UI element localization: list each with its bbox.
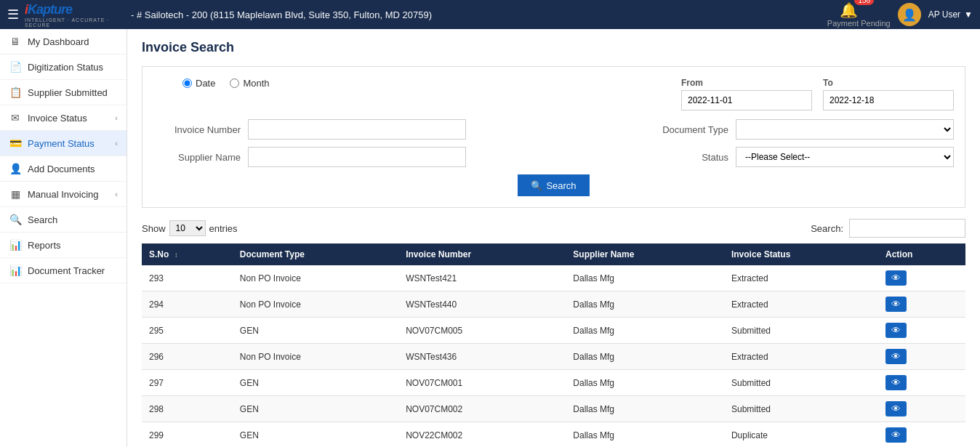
- table-row: 299 GEN NOV22CM002 Dallas Mfg Duplicate …: [142, 422, 965, 448]
- cell-status: Submitted: [724, 370, 878, 396]
- sidebar-icon-reports: 📊: [9, 239, 22, 251]
- document-type-label: Document Type: [641, 124, 728, 135]
- sidebar-item-payment-status[interactable]: 💳 Payment Status ‹: [0, 131, 126, 156]
- month-radio-label[interactable]: Month: [230, 78, 269, 89]
- view-button[interactable]: 👁: [885, 401, 907, 416]
- cell-supplier: Dallas Mfg: [566, 370, 724, 396]
- sidebar-item-my-dashboard[interactable]: 🖥 My Dashboard: [0, 29, 126, 55]
- cell-supplier: Dallas Mfg: [566, 422, 724, 448]
- from-label: From: [681, 78, 812, 88]
- table-row: 296 Non PO Invoice WSNTest436 Dallas Mfg…: [142, 344, 965, 370]
- table-row: 294 Non PO Invoice WSNTest440 Dallas Mfg…: [142, 291, 965, 318]
- sidebar-icon-search: 🔍: [9, 214, 22, 225]
- sidebar-icon-supplier-submitted: 📋: [9, 86, 22, 98]
- cell-status: Submitted: [724, 396, 878, 422]
- cell-doc-type: Non PO Invoice: [233, 265, 398, 291]
- col-action: Action: [878, 243, 965, 265]
- app-logo: iKapture INTELLIGENT · ACCURATE · SECURE: [25, 2, 131, 28]
- sidebar-item-search[interactable]: 🔍 Search: [0, 207, 126, 233]
- header: ☰ iKapture INTELLIGENT · ACCURATE · SECU…: [0, 0, 980, 29]
- month-radio[interactable]: [230, 78, 239, 88]
- sidebar-item-document-tracker[interactable]: 📊 Document Tracker: [0, 258, 126, 283]
- from-date-section: From: [681, 78, 812, 110]
- cell-invoice-number: NOV07CM001: [398, 370, 566, 396]
- view-button[interactable]: 👁: [885, 349, 907, 364]
- to-date-input[interactable]: [823, 90, 954, 110]
- table-row: 293 Non PO Invoice WSNTest421 Dallas Mfg…: [142, 265, 965, 291]
- col-sno: S.No ↕: [142, 243, 233, 265]
- sidebar-label-search: Search: [28, 214, 57, 225]
- sidebar-label-digitization-status: Digitization Status: [28, 62, 103, 73]
- header-right: 🔔 156 Payment Pending 👤 AP User ▼: [827, 1, 973, 28]
- cell-action: 👁: [878, 370, 965, 396]
- sidebar-arrow-manual-invoicing: ‹: [115, 190, 118, 198]
- cell-status: Submitted: [724, 318, 878, 344]
- status-select[interactable]: --Please Select--: [736, 147, 954, 167]
- chevron-down-icon: ▼: [964, 9, 973, 20]
- sidebar: 🖥 My Dashboard 📄 Digitization Status 📋 S…: [0, 29, 127, 447]
- cell-supplier: Dallas Mfg: [566, 291, 724, 318]
- date-range-section: From To: [681, 78, 954, 110]
- sidebar-icon-payment-status: 💳: [9, 137, 22, 149]
- to-label: To: [823, 78, 954, 88]
- date-radio-label[interactable]: Date: [182, 78, 215, 89]
- cell-doc-type: Non PO Invoice: [233, 344, 398, 370]
- sidebar-item-manual-invoicing[interactable]: ▦ Manual Invoicing ‹: [0, 182, 126, 207]
- cell-sno: 299: [142, 422, 233, 448]
- search-form: Date Month From To: [142, 66, 965, 208]
- cell-invoice-number: NOV22CM002: [398, 422, 566, 448]
- cell-doc-type: GEN: [233, 422, 398, 448]
- cell-sno: 294: [142, 291, 233, 318]
- view-button[interactable]: 👁: [885, 375, 907, 390]
- sidebar-label-invoice-status: Invoice Status: [28, 113, 87, 124]
- cell-invoice-number: NOV07CM005: [398, 318, 566, 344]
- cell-sno: 298: [142, 396, 233, 422]
- view-button[interactable]: 👁: [885, 270, 907, 286]
- view-button[interactable]: 👁: [885, 323, 907, 338]
- from-date-input[interactable]: [681, 90, 812, 110]
- entries-select[interactable]: 10 25 50: [169, 220, 206, 236]
- sidebar-icon-digitization-status: 📄: [9, 61, 22, 73]
- invoice-table: S.No ↕ Document Type Invoice Number Supp…: [142, 243, 965, 447]
- sidebar-icon-add-documents: 👤: [9, 163, 22, 174]
- cell-action: 👁: [878, 318, 965, 344]
- hamburger-icon[interactable]: ☰: [7, 7, 19, 23]
- cell-action: 👁: [878, 265, 965, 291]
- user-avatar: 👤: [898, 3, 921, 26]
- cell-supplier: Dallas Mfg: [566, 265, 724, 291]
- to-date-section: To: [823, 78, 954, 110]
- cell-invoice-number: NOV07CM002: [398, 396, 566, 422]
- cell-action: 👁: [878, 422, 965, 448]
- search-icon: 🔍: [531, 180, 542, 191]
- sidebar-label-my-dashboard: My Dashboard: [28, 36, 89, 47]
- sidebar-icon-my-dashboard: 🖥: [9, 36, 22, 47]
- table-search-input[interactable]: [849, 219, 965, 238]
- cell-invoice-number: WSNTest440: [398, 291, 566, 318]
- cell-sno: 296: [142, 344, 233, 370]
- page-title: Invoice Search: [142, 40, 965, 55]
- notification-count: 156: [854, 0, 874, 5]
- date-radio[interactable]: [182, 78, 192, 88]
- view-button[interactable]: 👁: [885, 297, 907, 312]
- sidebar-arrow-invoice-status: ‹: [115, 113, 118, 122]
- cell-sno: 295: [142, 318, 233, 344]
- sidebar-arrow-payment-status: ‹: [115, 139, 118, 148]
- sidebar-label-supplier-submitted: Supplier Submitted: [28, 87, 108, 98]
- cell-invoice-number: WSNTest436: [398, 344, 566, 370]
- sidebar-item-digitization-status[interactable]: 📄 Digitization Status: [0, 55, 126, 80]
- document-type-select[interactable]: [736, 119, 954, 140]
- user-label[interactable]: AP User ▼: [928, 9, 973, 20]
- sidebar-label-reports: Reports: [28, 240, 61, 251]
- show-entries: Show 10 25 50 entries: [142, 220, 238, 236]
- sidebar-item-supplier-submitted[interactable]: 📋 Supplier Submitted: [0, 80, 126, 105]
- search-button[interactable]: 🔍 Search: [518, 174, 589, 196]
- status-label: Status: [641, 152, 728, 163]
- sidebar-item-reports[interactable]: 📊 Reports: [0, 233, 126, 258]
- invoice-number-input[interactable]: [248, 119, 466, 140]
- sidebar-item-add-documents[interactable]: 👤 Add Documents: [0, 156, 126, 182]
- view-button[interactable]: 👁: [885, 427, 907, 443]
- cell-sno: 297: [142, 370, 233, 396]
- supplier-name-input[interactable]: [248, 147, 466, 167]
- cell-doc-type: GEN: [233, 396, 398, 422]
- sidebar-item-invoice-status[interactable]: ✉ Invoice Status ‹: [0, 105, 126, 131]
